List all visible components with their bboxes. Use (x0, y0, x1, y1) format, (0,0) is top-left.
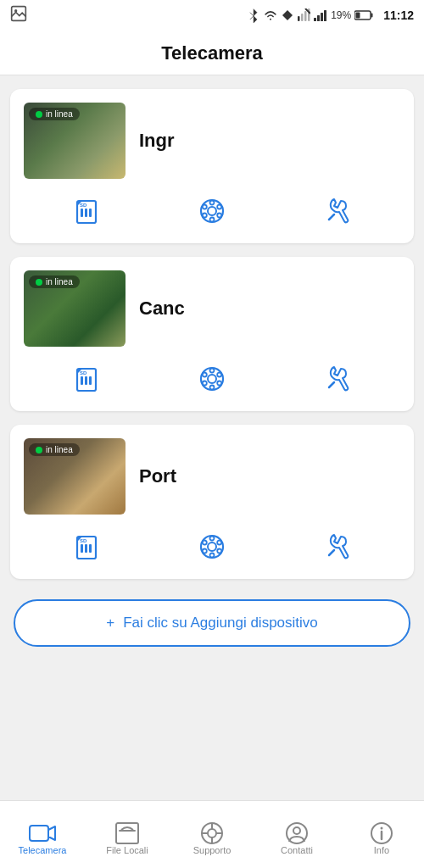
svg-point-24 (210, 218, 215, 222)
wifi-icon (263, 9, 278, 21)
status-time: 11:12 (383, 8, 414, 22)
camera-thumbnail-2[interactable]: in linea (24, 270, 126, 347)
settings-button-3[interactable] (275, 528, 400, 565)
online-text-2: in linea (46, 277, 73, 287)
sd-card-button-3[interactable]: SD (24, 528, 149, 565)
online-text-3: in linea (46, 445, 73, 454)
camera-thumbnail-1[interactable]: in linea (24, 103, 126, 179)
svg-point-65 (208, 829, 216, 837)
sd-card-button-2[interactable]: SD (24, 360, 149, 398)
camera-card-top-3: in linea Port (24, 438, 400, 515)
camera-name-2: Canc (139, 298, 185, 320)
online-badge-3: in linea (29, 443, 80, 456)
film-button-1[interactable] (149, 192, 275, 230)
camera-card-1: in linea Ingr SD (10, 89, 414, 243)
status-bar: 19% 11:12 (0, 0, 424, 31)
svg-line-29 (329, 214, 334, 220)
camera-card-top-1: in linea Ingr (24, 103, 400, 179)
svg-point-41 (203, 381, 207, 386)
svg-marker-2 (282, 10, 293, 20)
settings-button-2[interactable] (275, 360, 400, 398)
camera-thumbnail-3[interactable]: in linea (24, 438, 126, 515)
nav-label-contatti: Contatti (281, 845, 313, 855)
svg-point-40 (203, 373, 207, 377)
image-icon (10, 5, 27, 22)
svg-rect-11 (324, 10, 326, 21)
svg-rect-62 (116, 823, 138, 843)
online-text-1: in linea (46, 109, 73, 119)
svg-point-56 (203, 549, 207, 554)
main-content: in linea Ingr SD (0, 75, 424, 818)
svg-rect-9 (317, 15, 320, 21)
camera-actions-1: SD (24, 192, 400, 230)
nav-item-info[interactable]: Info (339, 815, 424, 855)
svg-rect-34 (89, 376, 92, 385)
nav-item-telecamera[interactable]: Telecamera (0, 815, 85, 855)
nav-item-contatti[interactable]: Contatti (254, 815, 339, 855)
film-button-2[interactable] (149, 360, 275, 398)
status-icons: 19% (248, 8, 373, 23)
svg-point-58 (217, 549, 221, 554)
online-dot-2 (36, 279, 42, 286)
camera-nav-icon (29, 821, 56, 845)
svg-point-26 (203, 214, 207, 218)
svg-rect-10 (321, 13, 323, 21)
svg-point-22 (208, 207, 216, 215)
nav-label-supporto: Supporto (193, 845, 232, 855)
svg-rect-60 (30, 826, 48, 841)
svg-rect-18 (85, 209, 87, 217)
signal-icon (314, 9, 327, 21)
svg-rect-32 (81, 376, 83, 385)
add-device-label: Fai clic su Aggiungi dispositivo (123, 615, 318, 632)
svg-rect-4 (301, 14, 304, 21)
svg-point-52 (208, 542, 216, 551)
camera-actions-2: SD (24, 360, 400, 398)
add-device-button[interactable]: + Fai clic su Aggiungi dispositivo (14, 599, 410, 647)
svg-line-44 (329, 382, 334, 387)
nav-item-supporto[interactable]: Supporto (170, 815, 254, 855)
svg-point-55 (203, 541, 207, 545)
battery-level: 19% (331, 9, 351, 21)
svg-point-21 (201, 200, 223, 222)
svg-rect-49 (89, 544, 92, 553)
camera-name-3: Port (139, 465, 176, 487)
svg-rect-17 (81, 209, 83, 217)
online-badge-1: in linea (29, 108, 80, 120)
status-left-area (10, 5, 243, 25)
svg-point-38 (210, 369, 215, 373)
supporto-nav-icon (200, 821, 224, 845)
file-locali-nav-icon (114, 821, 140, 845)
contatti-nav-icon (285, 821, 309, 845)
svg-point-51 (201, 536, 223, 558)
camera-card-top-2: in linea Canc (24, 270, 400, 347)
settings-button-1[interactable] (275, 192, 400, 230)
svg-text:SD: SD (80, 203, 87, 208)
svg-rect-48 (85, 544, 87, 553)
svg-rect-33 (85, 376, 87, 385)
film-button-3[interactable] (149, 528, 275, 565)
svg-rect-3 (298, 16, 300, 21)
nav-item-file-locali[interactable]: File Locali (85, 815, 170, 855)
sd-card-button-1[interactable]: SD (24, 192, 149, 230)
wrench-icon-2 (322, 364, 353, 394)
film-reel-icon-1 (197, 196, 227, 226)
svg-point-71 (293, 827, 300, 834)
nav-label-telecamera: Telecamera (19, 845, 67, 855)
plus-icon: + (106, 615, 114, 632)
camera-actions-3: SD (24, 528, 400, 565)
wrench-icon-3 (322, 531, 353, 562)
online-dot-3 (36, 447, 42, 453)
nfc-icon (282, 9, 293, 21)
online-dot-1 (36, 111, 42, 118)
svg-rect-14 (356, 13, 360, 19)
svg-text:SD: SD (80, 538, 87, 543)
bluetooth-icon (248, 8, 259, 23)
bottom-navigation: Telecamera File Locali Supporto Contatti (0, 800, 424, 868)
svg-point-23 (210, 201, 215, 205)
svg-point-28 (217, 214, 221, 218)
film-reel-icon-3 (197, 531, 227, 562)
film-reel-icon-2 (197, 364, 227, 394)
svg-point-42 (217, 373, 221, 377)
svg-point-25 (203, 205, 207, 209)
page-title: Telecamera (0, 42, 424, 64)
